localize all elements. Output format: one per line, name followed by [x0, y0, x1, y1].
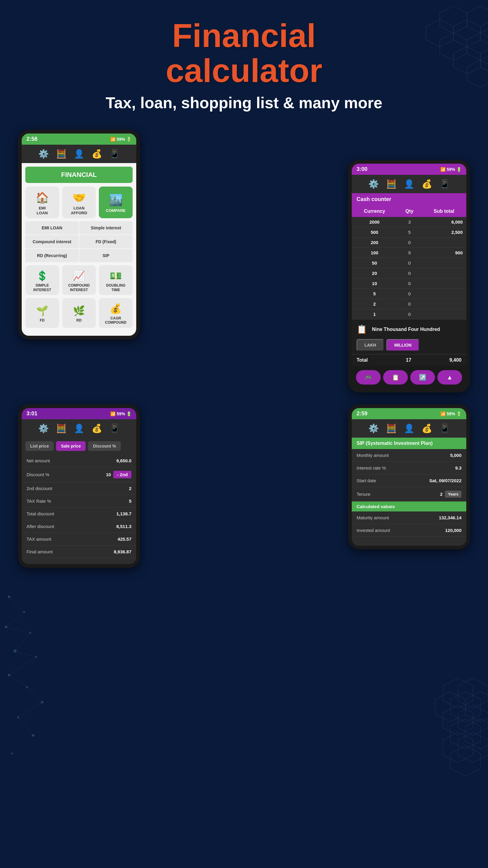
fd-icon: 🌱 — [36, 305, 48, 316]
tax-amount-row: TAX amount 425.57 — [22, 533, 136, 546]
menu-simple-interest[interactable]: Simple interest — [79, 221, 133, 235]
cagr-item[interactable]: 💰 CAGRCOMPOUND — [99, 298, 133, 328]
maturity-amount-label: Maturity amount — [357, 515, 389, 520]
user-icon-2[interactable]: 👤 — [404, 179, 415, 189]
phone-icon-2[interactable]: 📱 — [439, 179, 450, 189]
tenure-value: 2 — [440, 492, 443, 497]
col-qty: Qty — [397, 206, 422, 217]
money-icon[interactable]: 💰 — [92, 149, 102, 159]
tab-list-price[interactable]: List price — [25, 441, 54, 451]
maturity-amount-row: Maturity amount 132,346.14 — [352, 512, 466, 524]
col-subtotal: Sub total — [422, 206, 466, 217]
rd-label: RD — [76, 318, 81, 322]
rd-item[interactable]: 🌿 RD — [62, 298, 96, 328]
interest-rate-label: Interest rate % — [357, 465, 386, 470]
total-discount-row: Total discount 1,138.7 — [22, 507, 136, 520]
cash-table: Currency Qty Sub total 2000 3 6,000 500 — [352, 206, 466, 319]
calculator-icon[interactable]: 🧮 — [56, 149, 67, 159]
emi-label: EMILOAN — [37, 206, 48, 215]
lower-calc-grid: 💲 SIMPLEINTEREST 📈 COMPOUNDINTEREST 💵 DO… — [22, 265, 136, 331]
app-title: Financial calculator — [6, 18, 482, 88]
settings-icon-3[interactable]: ⚙️ — [38, 424, 49, 433]
phone-frame-cash: 3:00 📶59%🔋 ⚙️ 🧮 👤 💰 📱 Cash counter — [348, 160, 470, 393]
user-icon-3[interactable]: 👤 — [74, 424, 84, 433]
second-discount-label: 2nd discount — [27, 486, 52, 491]
table-row: 2 0 — [352, 299, 466, 309]
emi-icon: 🏠 — [36, 191, 49, 204]
compound-interest-item[interactable]: 📈 COMPOUNDINTEREST — [62, 265, 96, 295]
monthly-amount-row: Monthly amount 5,000 — [352, 449, 466, 462]
million-button[interactable]: MILLION — [387, 339, 420, 351]
lakh-million-row: LAKH MILLION — [352, 339, 466, 354]
total-discount-value: 1,138.7 — [116, 511, 131, 516]
time-1: 2:58 — [27, 136, 37, 142]
calculator-icon-3[interactable]: 🧮 — [56, 424, 67, 433]
settings-icon-2[interactable]: ⚙️ — [368, 179, 379, 189]
after-discount-value: 8,511.3 — [116, 524, 131, 529]
fd-item[interactable]: 🌱 FD — [25, 298, 59, 328]
money-icon-3[interactable]: 💰 — [92, 424, 102, 433]
cash-screen: 3:00 📶59%🔋 ⚙️ 🧮 👤 💰 📱 Cash counter — [352, 164, 466, 389]
clipboard-icon: 📋 — [357, 324, 367, 334]
years-badge: Years — [445, 491, 461, 498]
monthly-amount-value: 5,000 — [450, 453, 461, 458]
header-subtitle: Tax, loan, shopping list & many more — [6, 94, 482, 112]
lakh-button[interactable]: LAKH — [357, 339, 384, 351]
tab-sale-price[interactable]: Sale price — [56, 441, 86, 451]
after-discount-label: After discount — [27, 524, 54, 529]
bottom-row: 3:01 📶59%🔋 ⚙️ 🧮 👤 💰 📱 List price Sal — [18, 404, 470, 568]
table-row: 100 9 900 — [352, 248, 466, 258]
up-button[interactable]: ▲ — [437, 370, 462, 384]
total-label: Total — [357, 358, 368, 363]
total-text-row: 📋 Nine Thousand Four Hundred — [352, 319, 466, 339]
status-bar-2: 3:00 📶59%🔋 — [352, 164, 466, 175]
money-icon-2[interactable]: 💰 — [422, 179, 432, 189]
tenure-label: Tenure — [357, 492, 370, 497]
tax-amount-label: TAX amount — [27, 536, 51, 541]
menu-sip[interactable]: SIP — [79, 249, 133, 262]
emi-loan-item[interactable]: 🏠 EMILOAN — [25, 187, 59, 218]
menu-rd[interactable]: RD (Recurring) — [25, 249, 79, 262]
net-amount-value: 9,650.0 — [116, 458, 131, 463]
phone-icon-4[interactable]: 📱 — [439, 424, 450, 433]
svg-line-23 — [18, 717, 33, 735]
discount-pct-label: Discount % — [27, 472, 50, 477]
table-row: 50 0 — [352, 258, 466, 268]
tab-discount-pct[interactable]: Discount % — [88, 441, 121, 451]
menu-grid: EMI LOAN Simple interest Compound intere… — [22, 221, 136, 265]
calculator-icon-2[interactable]: 🧮 — [386, 179, 397, 189]
sip-header: SIP (Systematic Investment Plan) — [352, 438, 466, 449]
user-icon[interactable]: 👤 — [74, 149, 84, 159]
phone-frame-discount: 3:01 📶59%🔋 ⚙️ 🧮 👤 💰 📱 List price Sal — [18, 404, 140, 568]
compare-label: COMPARE — [106, 208, 125, 213]
header-section: Financial calculator Tax, loan, shopping… — [0, 0, 488, 124]
share-button[interactable]: ↗️ — [410, 370, 435, 384]
clipboard-button[interactable]: 📋 — [383, 370, 408, 384]
compare-item[interactable]: 🏙️ COMPARE — [99, 187, 133, 218]
money-icon-4[interactable]: 💰 — [422, 424, 432, 433]
menu-emi-loan[interactable]: EMI LOAN — [25, 221, 79, 235]
menu-fd[interactable]: FD (Fixed) — [79, 235, 133, 248]
settings-icon-4[interactable]: ⚙️ — [368, 424, 379, 433]
menu-compound-interest[interactable]: Compound interest — [25, 235, 79, 248]
phone-icon[interactable]: 📱 — [110, 149, 120, 159]
compare-icon: 🏙️ — [109, 194, 123, 207]
status-bar-4: 2:59 📶59%🔋 — [352, 408, 466, 419]
doubling-time-item[interactable]: 💵 DOUBLINGTIME — [99, 265, 133, 295]
loan-afford-item[interactable]: 🤝 LOANAFFORD — [62, 187, 96, 218]
settings-icon[interactable]: ⚙️ — [38, 149, 49, 159]
svg-line-19 — [9, 657, 36, 675]
simple-interest-icon: 💲 — [36, 270, 48, 281]
simple-interest-item[interactable]: 💲 SIMPLEINTEREST — [25, 265, 59, 295]
game-button[interactable]: 🎮 — [356, 370, 381, 384]
phone-icon-3[interactable]: 📱 — [110, 424, 120, 433]
final-amount-label: Final amount — [27, 549, 53, 554]
table-row: 2000 3 6,000 — [352, 217, 466, 227]
tax-rate-value: 5 — [129, 498, 131, 504]
user-icon-4[interactable]: 👤 — [404, 424, 415, 433]
maturity-amount-value: 132,346.14 — [439, 515, 461, 520]
calculator-icon-4[interactable]: 🧮 — [386, 424, 397, 433]
total-discount-label: Total discount — [27, 511, 54, 516]
total-words: Nine Thousand Four Hundred — [372, 327, 440, 332]
table-row: 500 5 2,500 — [352, 227, 466, 238]
